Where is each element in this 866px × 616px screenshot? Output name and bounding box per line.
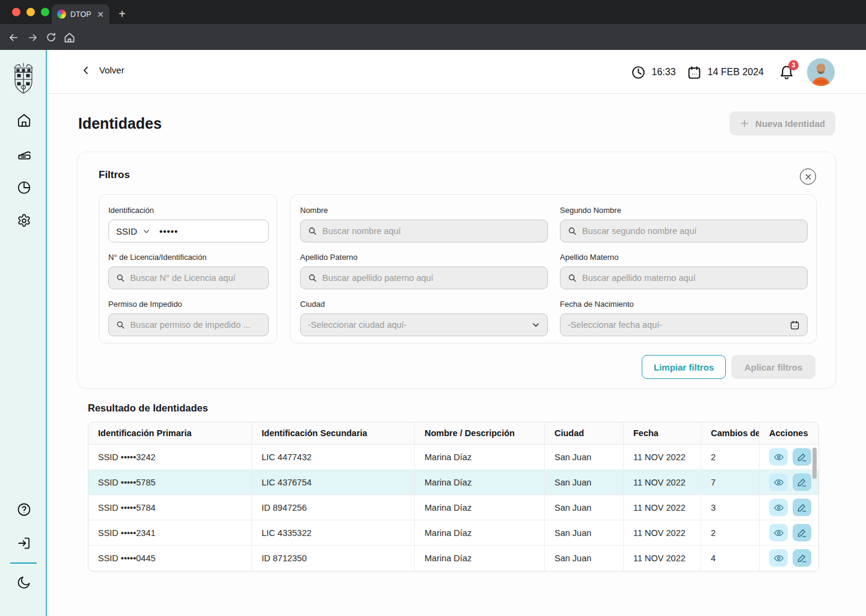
view-button[interactable]: [769, 524, 788, 541]
apellido-materno-input[interactable]: [582, 273, 800, 283]
cell-date: 11 NOV 2022: [624, 546, 701, 570]
cell-name: Marina Díaz: [415, 546, 545, 570]
table-row-highlighted[interactable]: SSID •••••5785 LIC 4376754 Marina Díaz S…: [88, 470, 818, 495]
sidebar-item-settings[interactable]: [16, 213, 32, 229]
search-icon: [308, 226, 317, 236]
table-scrollbar[interactable]: [812, 448, 817, 479]
edit-button[interactable]: [793, 524, 811, 541]
permiso-label: Permiso de Impedido: [108, 300, 269, 309]
col-cambios: Cambios de I: [701, 422, 760, 444]
edit-button[interactable]: [793, 499, 811, 516]
permiso-field[interactable]: [108, 313, 269, 336]
view-button[interactable]: [769, 549, 788, 567]
new-tab-button[interactable]: +: [114, 5, 131, 22]
licencia-field[interactable]: [108, 266, 269, 289]
table-row[interactable]: SSID •••••5784 ID 8947256 Marina Díaz Sa…: [88, 495, 818, 520]
fecha-placeholder: -Seleccionar fecha aquí-: [568, 320, 784, 330]
apellido-paterno-field[interactable]: [300, 266, 548, 289]
cell-changes: 4: [701, 546, 760, 570]
ciudad-select[interactable]: -Seleccionar ciudad aquí-: [300, 313, 548, 336]
sidebar-item-help[interactable]: [16, 502, 32, 517]
window-zoom-button[interactable]: [41, 8, 49, 16]
cell-primary: SSID •••••2341: [88, 520, 252, 545]
license-stamp-icon: [16, 146, 32, 162]
identificacion-field[interactable]: SSID •••••: [108, 220, 269, 242]
sidebar-item-dark-mode[interactable]: [16, 574, 32, 590]
edit-button[interactable]: [793, 448, 811, 466]
edit-button[interactable]: [793, 473, 811, 491]
segundo-nombre-input[interactable]: [582, 226, 800, 236]
permiso-input[interactable]: [130, 320, 261, 330]
licencia-input[interactable]: [130, 273, 261, 283]
cell-primary: SSID •••••3242: [88, 445, 252, 469]
filters-close-button[interactable]: [800, 168, 816, 185]
current-date: 14 FEB 2024: [687, 65, 764, 80]
close-icon: [805, 173, 812, 180]
results-table: Identificación Primaria Identificación S…: [88, 422, 819, 572]
filters-title: Filtros: [99, 169, 130, 181]
sidebar-item-licenses[interactable]: [16, 146, 32, 162]
search-icon: [116, 320, 124, 330]
col-identificacion-secundaria: Identificación Secundaria: [252, 422, 415, 444]
view-button[interactable]: [769, 499, 788, 516]
chevron-down-icon: [532, 321, 540, 329]
limpiar-filtros-button[interactable]: Limpiar filtros: [642, 355, 726, 379]
cell-secondary: ID 8947256: [252, 495, 415, 520]
pencil-icon: [797, 502, 807, 513]
chevron-down-icon[interactable]: [143, 227, 150, 235]
window-minimize-button[interactable]: [26, 8, 35, 16]
id-type-value[interactable]: SSID: [116, 226, 137, 236]
view-button[interactable]: [769, 448, 788, 466]
filters-panel: Filtros Identificación SSID ••••• N° de …: [77, 152, 836, 389]
edit-button[interactable]: [793, 549, 811, 567]
logout-icon: [16, 535, 32, 551]
eye-icon: [773, 528, 784, 538]
browser-tab-strip: DTOP ✕ +: [0, 0, 866, 24]
licencia-label: N° de Licencia/Identificación: [108, 253, 269, 262]
window-close-button[interactable]: [12, 8, 20, 16]
fecha-nacimiento-picker[interactable]: -Seleccionar fecha aquí-: [560, 313, 808, 336]
eye-icon: [773, 452, 784, 463]
table-row[interactable]: SSID •••••3242 LIC 4477432 Marina Díaz S…: [88, 445, 818, 470]
calendar-icon: [687, 65, 702, 80]
calendar-icon: [790, 320, 800, 330]
eye-icon: [773, 477, 784, 488]
apellido-paterno-input[interactable]: [322, 273, 540, 283]
aplicar-filtros-button[interactable]: Aplicar filtros: [731, 355, 815, 379]
sidebar-item-home[interactable]: [16, 112, 32, 128]
cell-changes: 7: [701, 470, 760, 494]
cell-primary: SSID •••••5784: [88, 495, 252, 520]
browser-tab[interactable]: DTOP ✕: [52, 4, 109, 24]
results-title: Resultado de Identidades: [88, 402, 208, 414]
apellido-materno-field[interactable]: [560, 266, 808, 289]
table-row[interactable]: SSID •••••2341 LIC 4335322 Marina Díaz S…: [88, 520, 818, 546]
ciudad-label: Ciudad: [300, 300, 548, 309]
new-identity-label: Nueva Identidad: [755, 119, 825, 129]
nombre-input[interactable]: [322, 226, 540, 236]
main-content: Identidades Nueva Identidad Filtros Iden…: [48, 94, 866, 616]
home-nav-icon[interactable]: [62, 30, 76, 45]
reload-icon[interactable]: [44, 30, 58, 45]
view-button[interactable]: [769, 473, 788, 491]
forward-icon[interactable]: [25, 30, 40, 45]
cell-name: Marina Díaz: [415, 495, 545, 520]
table-row[interactable]: SSID •••••0445 ID 8712350 Marina Díaz Sa…: [88, 546, 818, 571]
back-icon[interactable]: [6, 30, 20, 45]
new-identity-button[interactable]: Nueva Identidad: [729, 111, 835, 135]
cell-changes: 2: [701, 520, 760, 545]
sidebar-item-logout[interactable]: [16, 535, 32, 551]
notifications-button[interactable]: 3: [778, 63, 796, 81]
notification-badge: 3: [788, 60, 799, 70]
nombre-field[interactable]: [300, 220, 548, 242]
user-avatar[interactable]: [807, 58, 835, 86]
search-icon: [568, 226, 577, 236]
pie-chart-icon: [16, 180, 32, 196]
tab-close-icon[interactable]: ✕: [97, 10, 104, 19]
agency-crest-logo: [10, 61, 37, 98]
tab-title: DTOP: [70, 10, 91, 19]
segundo-nombre-field[interactable]: [560, 220, 808, 242]
browser-toolbar: dtop.com/pr ☆ ⋮: [0, 24, 866, 50]
table-header-row: Identificación Primaria Identificación S…: [88, 422, 818, 445]
back-button[interactable]: Volver: [81, 65, 124, 75]
sidebar-item-reports[interactable]: [16, 180, 32, 196]
